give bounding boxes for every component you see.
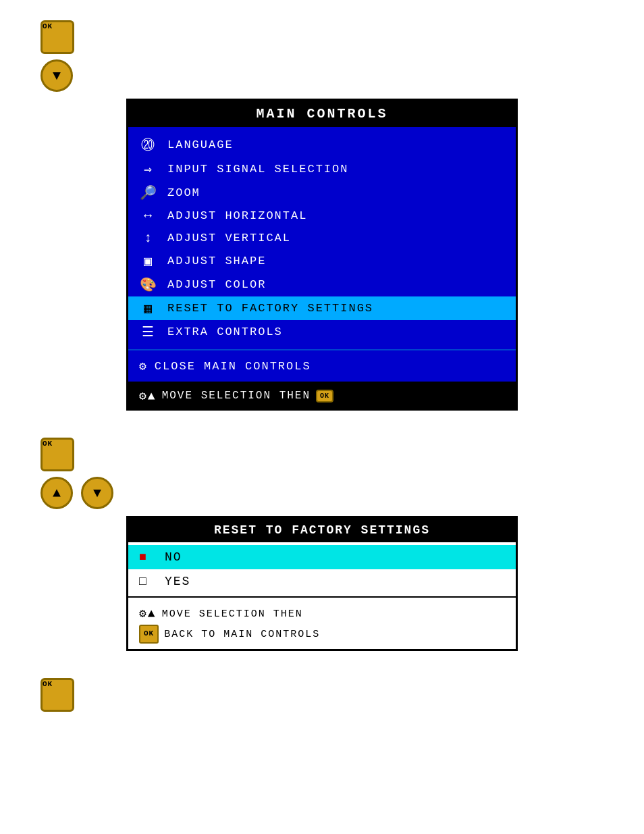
reset-panel-title: RESET TO FACTORY SETTINGS [128,518,516,542]
main-controls-panel: MAIN CONTROLS ⑳ LANGUAGE ⇒ INPUT SIGNAL … [126,99,518,411]
adj-vert-label: ADJUST VERTICAL [167,232,291,244]
nav-icons: ⚙▲ [139,388,157,403]
page-container: OK ▼ MAIN CONTROLS ⑳ LANGUAGE ⇒ INPUT SI… [14,14,630,712]
menu-item-zoom[interactable]: 🔎 ZOOM [128,181,516,205]
menu-item-adj-vert[interactable]: ↕ ADJUST VERTICAL [128,227,516,249]
ok-button-3[interactable]: OK [41,678,74,712]
reset-ok-icon: OK [139,625,159,644]
reset-nav-icons: ⚙▲ [139,603,157,625]
nav-ok-inline: OK [316,390,333,402]
nav-down-button-2[interactable]: ▼ [81,477,113,509]
reset-footer-text2: BACK TO MAIN CONTROLS [164,625,320,644]
close-label: CLOSE MAIN CONTROLS [155,360,311,373]
zoom-label: ZOOM [167,186,200,199]
menu-item-extra[interactable]: ☰ EXTRA CONTROLS [128,320,516,344]
adj-vert-icon: ↕ [139,230,158,246]
main-menu-items: ⑳ LANGUAGE ⇒ INPUT SIGNAL SELECTION 🔎 ZO… [128,127,516,349]
nav-buttons-2: ▲ ▼ [41,477,113,509]
menu-item-reset[interactable]: ▦ RESET TO FACTORY SETTINGS [128,296,516,320]
reset-icon: ▦ [139,300,158,317]
reset-item-yes[interactable]: □ YES [128,569,516,594]
yes-label: YES [165,575,190,588]
extra-icon: ☰ [139,323,158,340]
nav-up-button-2[interactable]: ▲ [41,477,73,509]
menu-item-input[interactable]: ⇒ INPUT SIGNAL SELECTION [128,157,516,181]
reset-label: RESET TO FACTORY SETTINGS [167,302,373,315]
language-icon: ⑳ [139,136,158,154]
menu-item-language[interactable]: ⑳ LANGUAGE [128,132,516,157]
adj-shape-icon: ▣ [139,253,158,269]
reset-menu-items: ■ NO □ YES [128,542,516,598]
section3-controls: OK [41,678,74,712]
reset-item-no[interactable]: ■ NO [128,545,516,569]
adj-horiz-label: ADJUST HORIZONTAL [167,209,307,222]
adj-shape-label: ADJUST SHAPE [167,255,266,267]
main-nav-hint: ⚙▲ MOVE SELECTION THEN OK [128,382,516,409]
menu-footer: ⚙ CLOSE MAIN CONTROLS [128,349,516,382]
menu-item-adj-color[interactable]: 🎨 ADJUST COLOR [128,273,516,296]
menu-item-adj-shape[interactable]: ▣ ADJUST SHAPE [128,249,516,273]
reset-footer-text1: MOVE SELECTION THEN [162,605,303,623]
menu-item-adj-horiz[interactable]: ↔ ADJUST HORIZONTAL [128,205,516,227]
reset-panel: RESET TO FACTORY SETTINGS ■ NO □ YES ⚙▲ … [126,516,518,651]
nav-hint-text: MOVE SELECTION THEN [162,390,311,402]
section2-controls: OK ▲ ▼ [41,438,113,509]
no-icon: ■ [139,550,155,564]
ok-button-1[interactable]: OK [41,20,74,54]
zoom-icon: 🔎 [139,184,158,201]
reset-footer-line1: ⚙▲ MOVE SELECTION THEN [139,603,505,625]
input-icon: ⇒ [139,161,158,178]
reset-footer: ⚙▲ MOVE SELECTION THEN OK BACK TO MAIN C… [128,598,516,649]
extra-label: EXTRA CONTROLS [167,325,283,338]
adj-color-label: ADJUST COLOR [167,278,266,291]
language-label: LANGUAGE [167,138,234,151]
yes-icon: □ [139,575,155,588]
main-controls-title: MAIN CONTROLS [128,101,516,127]
ok-button-2[interactable]: OK [41,438,74,471]
adj-horiz-icon: ↔ [139,208,158,224]
adj-color-icon: 🎨 [139,276,158,293]
no-label: NO [165,550,182,564]
nav-down-button-1[interactable]: ▼ [41,59,73,92]
section1-controls: OK ▼ [41,20,74,92]
input-label: INPUT SIGNAL SELECTION [167,163,348,176]
close-icon: ⚙ [139,359,148,373]
close-main-controls[interactable]: ⚙ CLOSE MAIN CONTROLS [139,356,505,376]
reset-footer-line2: OK BACK TO MAIN CONTROLS [139,625,505,644]
